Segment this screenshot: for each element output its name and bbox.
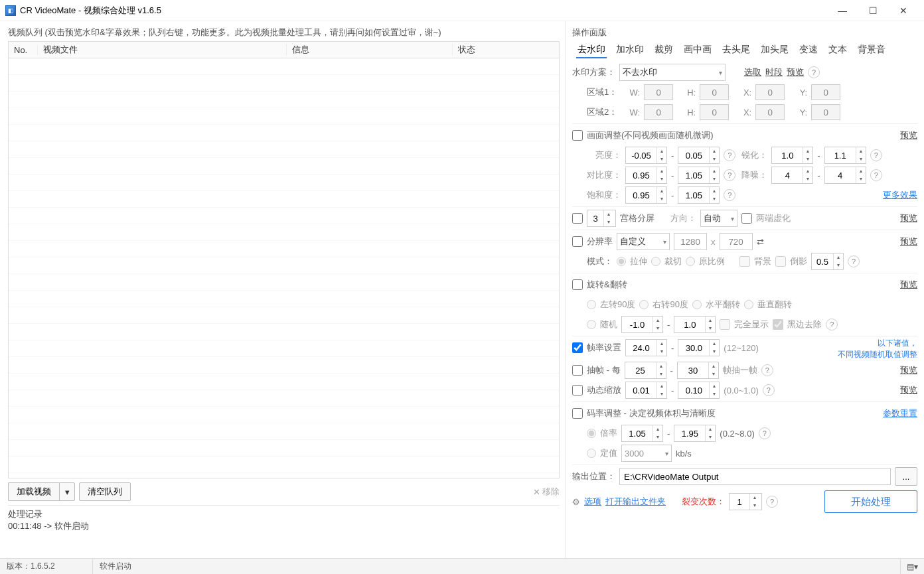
queue-body[interactable] [8, 58, 560, 478]
col-status[interactable]: 状态 [453, 44, 559, 56]
help-icon[interactable]: ? [763, 384, 775, 396]
tab-trim-head[interactable]: 去头尾 [721, 42, 751, 58]
denoise-hi[interactable]: ▴▾ [824, 167, 866, 184]
bright-lo[interactable]: ▴▾ [625, 147, 667, 164]
grid-direction[interactable]: 自动▾ [700, 210, 737, 227]
remove-item[interactable]: ✕ 移除 [533, 486, 560, 498]
col-info[interactable]: 信息 [287, 44, 453, 56]
load-video-dropdown[interactable]: ▾ [59, 482, 75, 501]
left90-radio[interactable] [587, 300, 596, 309]
mode-stretch-radio[interactable] [617, 257, 626, 266]
help-icon[interactable]: ? [870, 149, 882, 161]
tab-speed[interactable]: 变速 [798, 42, 819, 58]
r2-h[interactable] [700, 104, 729, 120]
wm-preview-link[interactable]: 预览 [787, 66, 804, 78]
tab-text[interactable]: 文本 [827, 42, 848, 58]
period-link[interactable]: 时段 [765, 66, 783, 78]
rand-hi[interactable]: ▴▾ [674, 316, 716, 333]
r2-y[interactable] [811, 104, 840, 120]
help-icon[interactable]: ? [826, 319, 838, 330]
blur-ends-checkbox[interactable] [741, 213, 752, 224]
sharpen-hi[interactable]: ▴▾ [824, 147, 866, 164]
help-icon[interactable]: ? [724, 149, 735, 161]
bright-hi[interactable]: ▴▾ [678, 147, 720, 164]
help-icon[interactable]: ? [724, 189, 735, 201]
adjust-preview[interactable]: 预览 [900, 129, 917, 141]
help-icon[interactable]: ? [761, 364, 773, 376]
tab-crop[interactable]: 裁剪 [653, 42, 674, 58]
res-h[interactable] [720, 233, 753, 250]
resolution-mode[interactable]: 自定义▾ [617, 233, 670, 250]
sharpen-lo[interactable]: ▴▾ [771, 147, 813, 164]
black-edge-chk[interactable] [773, 319, 783, 330]
tab-add-watermark[interactable]: 加水印 [615, 42, 645, 58]
full-display-chk[interactable] [720, 319, 730, 330]
right90-radio[interactable] [639, 300, 649, 309]
fps-hi[interactable]: ▴▾ [678, 339, 720, 356]
more-effects-link[interactable]: 更多效果 [883, 189, 917, 201]
zoom-preview[interactable]: 预览 [900, 384, 917, 396]
r1-h[interactable] [700, 84, 729, 100]
contrast-hi[interactable]: ▴▾ [678, 167, 720, 184]
split-count[interactable]: ▴▾ [729, 493, 762, 510]
mul-hi[interactable]: ▴▾ [674, 425, 716, 442]
status-tray-icon[interactable]: ▤▾ [900, 559, 924, 574]
gear-icon[interactable]: ⚙ [572, 497, 580, 507]
mode-crop-radio[interactable] [651, 257, 660, 266]
rotate-checkbox[interactable] [572, 279, 583, 290]
fixed-radio[interactable] [587, 449, 596, 458]
denoise-lo[interactable]: ▴▾ [771, 167, 813, 184]
rand-lo[interactable]: ▴▾ [621, 316, 663, 333]
res-w[interactable] [674, 233, 707, 250]
start-button[interactable]: 开始处理 [824, 490, 917, 513]
bitrate-checkbox[interactable] [572, 408, 583, 419]
help-icon[interactable]: ? [848, 255, 860, 267]
sat-lo[interactable]: ▴▾ [625, 186, 667, 204]
r2-x[interactable] [755, 104, 785, 120]
open-output-link[interactable]: 打开输出文件夹 [605, 496, 666, 508]
resolution-checkbox[interactable] [572, 236, 583, 247]
fps-lo[interactable]: ▴▾ [625, 339, 667, 356]
grid-preview[interactable]: 预览 [900, 212, 917, 224]
r1-x[interactable] [755, 84, 785, 100]
scheme-combo[interactable]: 不去水印▾ [619, 64, 726, 81]
mul-lo[interactable]: ▴▾ [621, 425, 663, 442]
drop-lo[interactable]: ▴▾ [625, 362, 666, 379]
res-preview[interactable]: 预览 [900, 236, 917, 248]
sat-hi[interactable]: ▴▾ [678, 186, 720, 204]
adjust-checkbox[interactable] [572, 130, 583, 141]
close-button[interactable]: ✕ [888, 0, 919, 21]
fps-checkbox[interactable] [572, 342, 583, 353]
r2-w[interactable] [644, 104, 673, 120]
tab-remove-watermark[interactable]: 去水印 [576, 42, 607, 58]
load-video-button[interactable]: 加载视频 [8, 482, 59, 501]
browse-button[interactable]: ... [895, 467, 917, 486]
random-radio[interactable] [587, 320, 596, 329]
drop-hi[interactable]: ▴▾ [677, 362, 719, 379]
swap-icon[interactable]: ⇄ [757, 237, 764, 247]
col-no[interactable]: No. [9, 45, 38, 55]
help-icon[interactable]: ? [766, 496, 778, 508]
fixed-val[interactable]: 3000▾ [621, 445, 672, 462]
tab-bgm[interactable]: 背景音 [856, 42, 887, 58]
clear-queue-button[interactable]: 清空队列 [79, 482, 131, 501]
options-link[interactable]: 选项 [584, 496, 601, 508]
shadow-val[interactable]: ▴▾ [811, 253, 844, 270]
rotate-preview[interactable]: 预览 [900, 279, 917, 291]
drop-preview[interactable]: 预览 [900, 364, 917, 376]
hflip-radio[interactable] [692, 300, 702, 309]
select-region-link[interactable]: 选取 [744, 66, 761, 78]
maximize-button[interactable]: ☐ [858, 0, 888, 21]
r1-y[interactable] [811, 84, 840, 100]
bg-checkbox[interactable] [739, 256, 750, 267]
grid-count[interactable]: ▴▾ [587, 210, 616, 227]
reset-params-link[interactable]: 参数重置 [883, 407, 917, 419]
vflip-radio[interactable] [744, 300, 753, 309]
zoom-lo[interactable]: ▴▾ [625, 382, 667, 399]
tab-add-head[interactable]: 加头尾 [759, 42, 790, 58]
contrast-lo[interactable]: ▴▾ [625, 167, 667, 184]
zoom-checkbox[interactable] [572, 385, 583, 395]
grid-checkbox[interactable] [572, 213, 583, 224]
minimize-button[interactable]: — [827, 0, 858, 21]
zoom-hi[interactable]: ▴▾ [678, 382, 720, 399]
